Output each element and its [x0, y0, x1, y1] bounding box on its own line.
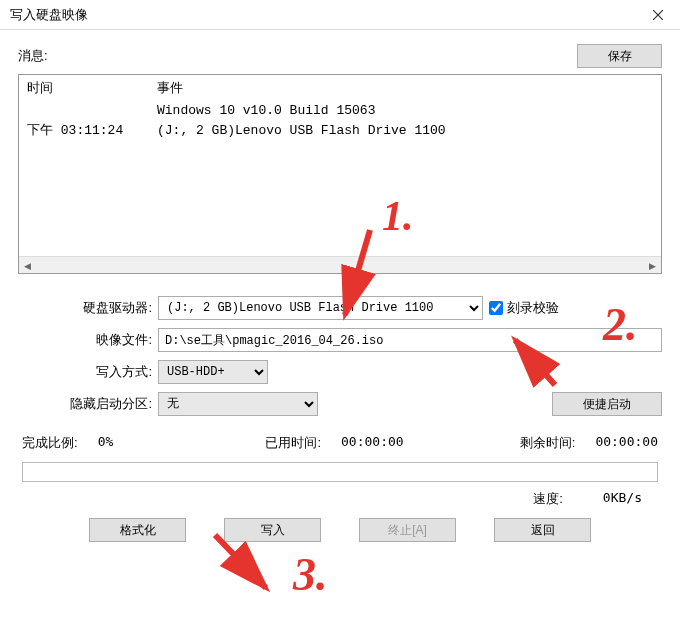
drive-select[interactable]: (J:, 2 GB)Lenovo USB Flash Drive 1100	[158, 296, 483, 320]
image-label: 映像文件:	[18, 331, 158, 349]
drive-label: 硬盘驱动器:	[18, 299, 158, 317]
method-label: 写入方式:	[18, 363, 158, 381]
window-title: 写入硬盘映像	[10, 6, 88, 24]
remain-label: 剩余时间:	[520, 434, 576, 452]
image-path-input[interactable]	[158, 328, 662, 352]
hidden-label: 隐藏启动分区:	[18, 395, 158, 413]
back-button[interactable]: 返回	[494, 518, 591, 542]
format-button[interactable]: 格式化	[89, 518, 186, 542]
hidden-partition-select[interactable]: 无	[158, 392, 318, 416]
scroll-left-icon[interactable]: ◀	[19, 257, 36, 274]
close-button[interactable]	[635, 0, 680, 30]
elapsed-value: 00:00:00	[341, 434, 404, 452]
write-method-select[interactable]: USB-HDD+	[158, 360, 268, 384]
list-item: Windows 10 v10.0 Build 15063	[27, 101, 653, 121]
speed-label: 速度:	[533, 490, 563, 508]
col-event-header: 事件	[157, 79, 653, 97]
progress-bar	[22, 462, 658, 482]
done-label: 完成比例:	[22, 434, 78, 452]
quick-boot-button[interactable]: 便捷启动	[552, 392, 662, 416]
verify-checkbox-wrap[interactable]: 刻录校验	[489, 299, 559, 317]
save-button[interactable]: 保存	[577, 44, 662, 68]
verify-label: 刻录校验	[507, 299, 559, 317]
verify-checkbox[interactable]	[489, 301, 503, 315]
stop-button: 终止[A]	[359, 518, 456, 542]
elapsed-label: 已用时间:	[265, 434, 321, 452]
list-item: 下午 03:11:24 (J:, 2 GB)Lenovo USB Flash D…	[27, 121, 653, 141]
remain-value: 00:00:00	[595, 434, 658, 452]
done-value: 0%	[98, 434, 114, 452]
col-time-header: 时间	[27, 79, 157, 97]
write-button[interactable]: 写入	[224, 518, 321, 542]
speed-value: 0KB/s	[603, 490, 642, 508]
horizontal-scrollbar[interactable]: ◀ ▶	[19, 256, 661, 273]
messages-label: 消息:	[18, 47, 48, 65]
annotation-3: 3.	[292, 549, 328, 600]
event-log: 时间 事件 Windows 10 v10.0 Build 15063 下午 03…	[18, 74, 662, 274]
scroll-right-icon[interactable]: ▶	[644, 257, 661, 274]
